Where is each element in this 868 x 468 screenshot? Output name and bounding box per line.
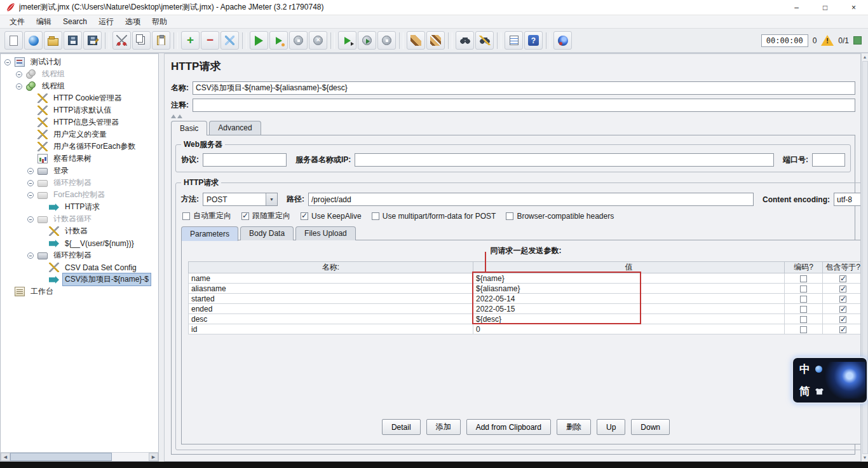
- splitter-collapse-buttons[interactable]: [171, 114, 857, 120]
- tree-item-v-function-sampler[interactable]: ${__V(user/${num})}: [1, 237, 158, 249]
- include-equals-checkbox[interactable]: [839, 275, 846, 282]
- menu-help[interactable]: 帮助: [146, 15, 173, 29]
- encode-checkbox[interactable]: [800, 296, 807, 303]
- shutdown-button[interactable]: [309, 31, 327, 50]
- remove-element-button[interactable]: [201, 31, 219, 50]
- ime-skin-icon[interactable]: [815, 389, 824, 395]
- tree-item-foreach-controller[interactable]: ForEach控制器: [1, 189, 158, 201]
- param-value-cell[interactable]: 2022-05-14: [473, 294, 785, 304]
- ime-language[interactable]: 中: [799, 362, 810, 376]
- path-input[interactable]: [308, 193, 754, 206]
- param-row[interactable]: ended 2022-05-15: [189, 304, 862, 314]
- include-equals-checkbox[interactable]: [839, 286, 846, 292]
- ime-panel[interactable]: 中 简: [792, 357, 868, 404]
- start-no-timers-button[interactable]: [269, 31, 288, 50]
- encode-checkbox[interactable]: [800, 286, 807, 292]
- down-button[interactable]: Down: [631, 419, 670, 435]
- search-button[interactable]: [456, 31, 474, 50]
- column-header-value[interactable]: 值: [473, 262, 785, 273]
- minimize-button[interactable]: –: [782, 0, 811, 15]
- ime-mode-icon[interactable]: [815, 366, 822, 373]
- comment-input[interactable]: [193, 99, 855, 112]
- about-button[interactable]: [553, 31, 572, 50]
- cut-button[interactable]: [112, 31, 131, 50]
- tree-item-thread-group-disabled[interactable]: 线程组: [1, 68, 158, 80]
- tree-item-thread-group[interactable]: 线程组: [1, 80, 158, 92]
- tree-item-workbench[interactable]: 工作台: [1, 286, 158, 298]
- tree-item-csv-add-project[interactable]: CSV添加项目-${name}-$: [1, 273, 158, 286]
- tree-item-counter-loop[interactable]: 计数器循环: [1, 213, 158, 225]
- checkbox-follow-redirects[interactable]: 跟随重定向: [241, 210, 290, 221]
- param-value-cell[interactable]: 0: [473, 324, 785, 334]
- encode-checkbox[interactable]: [800, 326, 807, 333]
- content-encoding-input[interactable]: [834, 193, 861, 206]
- tree-collapse-icon[interactable]: [16, 71, 22, 78]
- clear-button[interactable]: [407, 31, 425, 50]
- scrollbar-thumb[interactable]: [10, 453, 112, 461]
- scroll-left-icon[interactable]: ◀: [1, 453, 10, 461]
- tree-item-view-results-tree[interactable]: 察看结果树: [1, 153, 158, 165]
- tree-item-loop-controller-disabled[interactable]: 循环控制器: [1, 177, 158, 189]
- menu-file[interactable]: 文件: [4, 15, 31, 29]
- encode-checkbox[interactable]: [800, 306, 807, 313]
- function-helper-button[interactable]: [505, 31, 523, 50]
- scroll-right-icon[interactable]: ▶: [149, 453, 158, 461]
- toggle-button[interactable]: [220, 31, 239, 50]
- port-input[interactable]: [812, 153, 845, 167]
- add-element-button[interactable]: [181, 31, 200, 50]
- save-button[interactable]: [64, 31, 82, 50]
- tab-advanced[interactable]: Advanced: [209, 121, 261, 135]
- param-row[interactable]: id 0: [189, 324, 862, 334]
- tree-item-user-defined-variables[interactable]: 用户定义的变量: [1, 128, 158, 141]
- tree-collapse-icon[interactable]: [27, 180, 34, 186]
- tree-collapse-icon[interactable]: [16, 83, 22, 90]
- checkbox-use-keepalive[interactable]: Use KeepAlive: [301, 212, 362, 221]
- tree-item-counter[interactable]: 计数器: [1, 225, 158, 237]
- encode-checkbox[interactable]: [800, 275, 807, 282]
- scroll-up-icon[interactable]: ▲: [863, 53, 867, 61]
- tree-item-loop-controller[interactable]: 循环控制器: [1, 249, 158, 261]
- include-equals-checkbox[interactable]: [839, 306, 846, 313]
- param-row[interactable]: started 2022-05-14: [189, 294, 862, 304]
- add-from-clipboard-button[interactable]: Add from Clipboard: [466, 419, 551, 435]
- remote-start-all-button[interactable]: [358, 31, 376, 50]
- param-name-cell[interactable]: id: [189, 324, 473, 334]
- tree-horizontal-scrollbar[interactable]: ◀ ▶: [1, 452, 158, 461]
- protocol-input[interactable]: [203, 153, 287, 167]
- maximize-button[interactable]: □: [811, 0, 839, 15]
- search-reset-button[interactable]: [475, 31, 494, 50]
- warning-icon[interactable]: [821, 35, 834, 46]
- tab-files-upload[interactable]: Files Upload: [295, 226, 356, 240]
- include-equals-checkbox[interactable]: [839, 296, 846, 303]
- help-button[interactable]: [524, 31, 543, 50]
- save-as-button[interactable]: [83, 31, 102, 50]
- open-button[interactable]: [44, 31, 62, 50]
- param-name-cell[interactable]: ended: [189, 304, 473, 314]
- param-value-cell[interactable]: ${desc}: [473, 314, 785, 324]
- encode-checkbox[interactable]: [800, 316, 807, 323]
- menu-edit[interactable]: 编辑: [31, 15, 57, 29]
- server-input[interactable]: [355, 153, 774, 167]
- include-equals-checkbox[interactable]: [839, 316, 846, 323]
- tree-item-foreach-params[interactable]: 用户名循环ForEach参数: [1, 141, 158, 153]
- tree-collapse-icon[interactable]: [4, 59, 11, 65]
- tab-body-data[interactable]: Body Data: [240, 226, 294, 240]
- new-file-button[interactable]: [4, 31, 23, 50]
- tree-item-http-request-defaults[interactable]: HTTP请求默认值: [1, 104, 158, 116]
- param-name-cell[interactable]: desc: [189, 314, 473, 324]
- tree-item-http-request-sampler[interactable]: HTTP请求: [1, 201, 158, 213]
- close-button[interactable]: ×: [839, 0, 868, 15]
- up-button[interactable]: Up: [597, 419, 625, 435]
- tree-collapse-icon[interactable]: [27, 216, 34, 223]
- copy-button[interactable]: [132, 31, 151, 50]
- tree-collapse-icon[interactable]: [27, 192, 34, 198]
- tab-parameters[interactable]: Parameters: [181, 226, 238, 241]
- tree-item-test-plan[interactable]: 测试计划: [1, 56, 158, 68]
- clear-all-button[interactable]: [426, 31, 445, 50]
- param-value-cell[interactable]: 2022-05-15: [473, 304, 785, 314]
- tab-basic[interactable]: Basic: [171, 121, 207, 135]
- menu-search[interactable]: Search: [57, 16, 93, 27]
- tree-item-csv-data-set-config[interactable]: CSV Data Set Config: [1, 261, 158, 273]
- tree-item-http-cookie-manager[interactable]: HTTP Cookie管理器: [1, 92, 158, 104]
- param-name-cell[interactable]: aliasname: [189, 284, 473, 294]
